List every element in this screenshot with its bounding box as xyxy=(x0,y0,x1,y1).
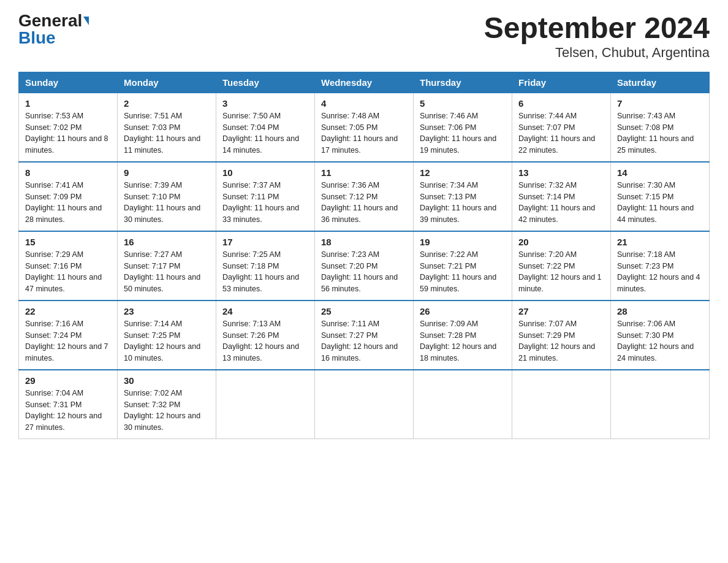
day-number: 6 xyxy=(518,98,604,109)
calendar-header-monday: Monday xyxy=(118,72,216,93)
calendar-week-row: 15 Sunrise: 7:29 AMSunset: 7:16 PMDaylig… xyxy=(19,231,710,301)
day-number: 3 xyxy=(222,98,308,109)
calendar-cell: 23 Sunrise: 7:14 AMSunset: 7:25 PMDaylig… xyxy=(118,301,216,370)
day-info: Sunrise: 7:09 AMSunset: 7:28 PMDaylight:… xyxy=(420,320,496,362)
calendar-cell: 13 Sunrise: 7:32 AMSunset: 7:14 PMDaylig… xyxy=(512,162,611,231)
day-number: 13 xyxy=(518,167,604,178)
day-number: 21 xyxy=(617,237,703,247)
calendar-cell: 19 Sunrise: 7:22 AMSunset: 7:21 PMDaylig… xyxy=(414,231,512,301)
day-info: Sunrise: 7:20 AMSunset: 7:22 PMDaylight:… xyxy=(518,250,602,293)
page-subtitle: Telsen, Chubut, Argentina xyxy=(484,45,710,61)
calendar-cell: 6 Sunrise: 7:44 AMSunset: 7:07 PMDayligh… xyxy=(512,93,611,162)
day-info: Sunrise: 7:48 AMSunset: 7:05 PMDaylight:… xyxy=(321,112,398,155)
logo-general-text: General xyxy=(18,12,82,29)
day-info: Sunrise: 7:41 AMSunset: 7:09 PMDaylight:… xyxy=(25,181,102,224)
calendar-cell: 15 Sunrise: 7:29 AMSunset: 7:16 PMDaylig… xyxy=(19,231,118,301)
day-info: Sunrise: 7:39 AMSunset: 7:10 PMDaylight:… xyxy=(124,181,200,224)
day-number: 12 xyxy=(420,167,506,178)
logo-blue-text: Blue xyxy=(18,29,56,47)
calendar-week-row: 22 Sunrise: 7:16 AMSunset: 7:24 PMDaylig… xyxy=(19,301,710,370)
calendar-header-saturday: Saturday xyxy=(611,72,710,93)
day-info: Sunrise: 7:29 AMSunset: 7:16 PMDaylight:… xyxy=(25,250,102,293)
calendar-cell xyxy=(512,370,611,439)
calendar-cell: 25 Sunrise: 7:11 AMSunset: 7:27 PMDaylig… xyxy=(315,301,414,370)
calendar-cell: 20 Sunrise: 7:20 AMSunset: 7:22 PMDaylig… xyxy=(512,231,611,301)
day-info: Sunrise: 7:22 AMSunset: 7:21 PMDaylight:… xyxy=(420,250,496,293)
calendar-cell: 24 Sunrise: 7:13 AMSunset: 7:26 PMDaylig… xyxy=(216,301,315,370)
day-number: 11 xyxy=(321,167,407,178)
day-info: Sunrise: 7:07 AMSunset: 7:29 PMDaylight:… xyxy=(518,320,595,362)
day-number: 27 xyxy=(518,306,604,316)
day-info: Sunrise: 7:04 AMSunset: 7:31 PMDaylight:… xyxy=(25,389,102,432)
day-number: 24 xyxy=(222,306,308,316)
day-info: Sunrise: 7:18 AMSunset: 7:23 PMDaylight:… xyxy=(617,250,700,293)
day-info: Sunrise: 7:34 AMSunset: 7:13 PMDaylight:… xyxy=(420,181,496,224)
calendar-cell: 1 Sunrise: 7:53 AMSunset: 7:02 PMDayligh… xyxy=(19,93,118,162)
calendar-week-row: 1 Sunrise: 7:53 AMSunset: 7:02 PMDayligh… xyxy=(19,93,710,162)
day-number: 28 xyxy=(617,306,703,316)
day-number: 30 xyxy=(124,375,210,386)
calendar-header-sunday: Sunday xyxy=(19,72,118,93)
calendar-cell xyxy=(315,370,414,439)
calendar-cell xyxy=(414,370,512,439)
calendar-cell: 21 Sunrise: 7:18 AMSunset: 7:23 PMDaylig… xyxy=(611,231,710,301)
day-number: 10 xyxy=(222,167,308,178)
calendar-cell xyxy=(611,370,710,439)
day-number: 9 xyxy=(124,167,210,178)
day-number: 1 xyxy=(25,98,111,109)
calendar-header-wednesday: Wednesday xyxy=(315,72,414,93)
day-info: Sunrise: 7:46 AMSunset: 7:06 PMDaylight:… xyxy=(420,112,496,155)
calendar-cell: 26 Sunrise: 7:09 AMSunset: 7:28 PMDaylig… xyxy=(414,301,512,370)
calendar-cell: 3 Sunrise: 7:50 AMSunset: 7:04 PMDayligh… xyxy=(216,93,315,162)
day-number: 15 xyxy=(25,237,111,247)
calendar-cell: 4 Sunrise: 7:48 AMSunset: 7:05 PMDayligh… xyxy=(315,93,414,162)
day-number: 18 xyxy=(321,237,407,247)
calendar-cell: 5 Sunrise: 7:46 AMSunset: 7:06 PMDayligh… xyxy=(414,93,512,162)
day-info: Sunrise: 7:11 AMSunset: 7:27 PMDaylight:… xyxy=(321,320,398,362)
day-number: 14 xyxy=(617,167,703,178)
day-number: 25 xyxy=(321,306,407,316)
day-info: Sunrise: 7:50 AMSunset: 7:04 PMDaylight:… xyxy=(222,112,299,155)
day-info: Sunrise: 7:44 AMSunset: 7:07 PMDaylight:… xyxy=(518,112,595,155)
day-number: 23 xyxy=(124,306,210,316)
calendar-week-row: 8 Sunrise: 7:41 AMSunset: 7:09 PMDayligh… xyxy=(19,162,710,231)
calendar-cell xyxy=(216,370,315,439)
calendar-cell: 8 Sunrise: 7:41 AMSunset: 7:09 PMDayligh… xyxy=(19,162,118,231)
day-info: Sunrise: 7:16 AMSunset: 7:24 PMDaylight:… xyxy=(25,320,108,362)
day-info: Sunrise: 7:32 AMSunset: 7:14 PMDaylight:… xyxy=(518,181,595,224)
header: General Blue September 2024 Telsen, Chub… xyxy=(18,12,710,61)
logo: General Blue xyxy=(18,12,89,47)
day-number: 19 xyxy=(420,237,506,247)
calendar-cell: 16 Sunrise: 7:27 AMSunset: 7:17 PMDaylig… xyxy=(118,231,216,301)
calendar-table: SundayMondayTuesdayWednesdayThursdayFrid… xyxy=(18,72,710,439)
day-info: Sunrise: 7:25 AMSunset: 7:18 PMDaylight:… xyxy=(222,250,299,293)
calendar-cell: 27 Sunrise: 7:07 AMSunset: 7:29 PMDaylig… xyxy=(512,301,611,370)
day-number: 22 xyxy=(25,306,111,316)
calendar-cell: 22 Sunrise: 7:16 AMSunset: 7:24 PMDaylig… xyxy=(19,301,118,370)
calendar-cell: 9 Sunrise: 7:39 AMSunset: 7:10 PMDayligh… xyxy=(118,162,216,231)
logo-triangle-icon xyxy=(83,17,89,25)
day-number: 4 xyxy=(321,98,407,109)
day-number: 5 xyxy=(420,98,506,109)
calendar-cell: 28 Sunrise: 7:06 AMSunset: 7:30 PMDaylig… xyxy=(611,301,710,370)
calendar-cell: 7 Sunrise: 7:43 AMSunset: 7:08 PMDayligh… xyxy=(611,93,710,162)
calendar-cell: 17 Sunrise: 7:25 AMSunset: 7:18 PMDaylig… xyxy=(216,231,315,301)
page-title: September 2024 xyxy=(484,12,710,45)
day-info: Sunrise: 7:30 AMSunset: 7:15 PMDaylight:… xyxy=(617,181,694,224)
day-info: Sunrise: 7:23 AMSunset: 7:20 PMDaylight:… xyxy=(321,250,398,293)
day-info: Sunrise: 7:51 AMSunset: 7:03 PMDaylight:… xyxy=(124,112,200,155)
day-info: Sunrise: 7:02 AMSunset: 7:32 PMDaylight:… xyxy=(124,389,200,432)
calendar-header-row: SundayMondayTuesdayWednesdayThursdayFrid… xyxy=(19,72,710,93)
day-number: 8 xyxy=(25,167,111,178)
day-info: Sunrise: 7:13 AMSunset: 7:26 PMDaylight:… xyxy=(222,320,299,362)
calendar-header-friday: Friday xyxy=(512,72,611,93)
calendar-cell: 29 Sunrise: 7:04 AMSunset: 7:31 PMDaylig… xyxy=(19,370,118,439)
calendar-cell: 12 Sunrise: 7:34 AMSunset: 7:13 PMDaylig… xyxy=(414,162,512,231)
day-info: Sunrise: 7:14 AMSunset: 7:25 PMDaylight:… xyxy=(124,320,200,362)
calendar-cell: 18 Sunrise: 7:23 AMSunset: 7:20 PMDaylig… xyxy=(315,231,414,301)
calendar-cell: 11 Sunrise: 7:36 AMSunset: 7:12 PMDaylig… xyxy=(315,162,414,231)
day-number: 26 xyxy=(420,306,506,316)
day-number: 7 xyxy=(617,98,703,109)
day-info: Sunrise: 7:37 AMSunset: 7:11 PMDaylight:… xyxy=(222,181,299,224)
day-number: 16 xyxy=(124,237,210,247)
